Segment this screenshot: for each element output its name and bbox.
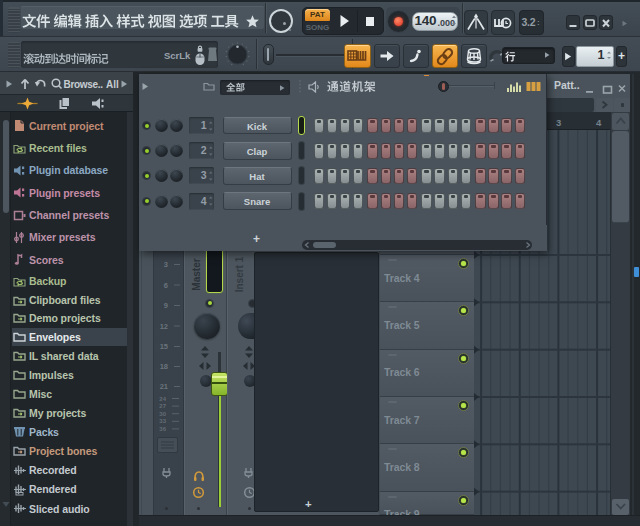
- svg-text:30: 30: [159, 411, 166, 417]
- svg-text:36: 36: [159, 426, 166, 432]
- svg-text:6: 6: [164, 281, 168, 290]
- svg-text:27: 27: [159, 403, 166, 409]
- svg-text:24: 24: [159, 396, 166, 402]
- svg-text:33: 33: [159, 418, 166, 424]
- svg-text:18: 18: [160, 362, 168, 371]
- svg-text:15: 15: [160, 342, 168, 351]
- svg-text:21: 21: [160, 382, 168, 391]
- svg-text:3: 3: [164, 260, 168, 269]
- svg-text:12: 12: [160, 322, 168, 331]
- svg-text:9: 9: [164, 301, 168, 310]
